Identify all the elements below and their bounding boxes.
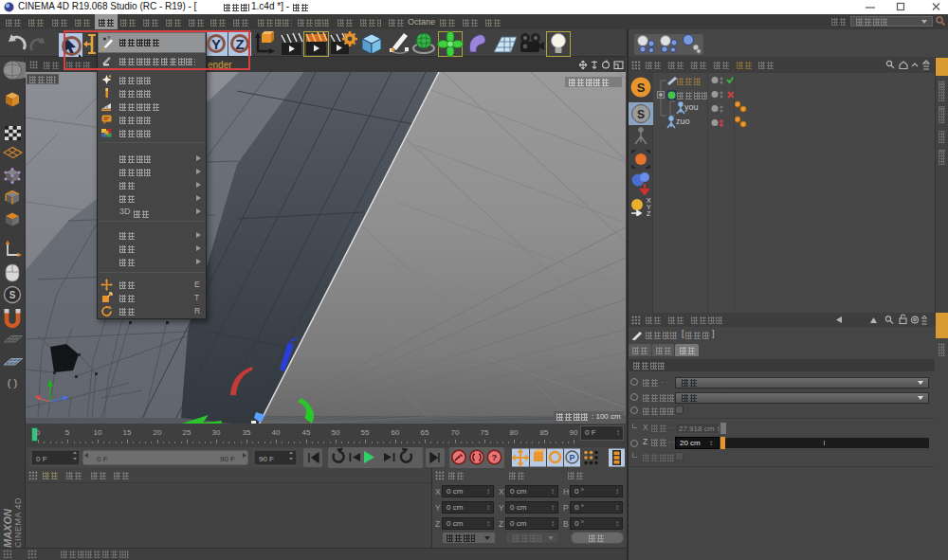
svg-text:90 F: 90 F — [259, 455, 274, 463]
svg-text:( ): ( ) — [8, 377, 17, 388]
svg-text:90 F: 90 F — [220, 455, 235, 463]
svg-text:S: S — [9, 290, 16, 300]
svg-text:P: P — [569, 453, 574, 462]
svg-text:0 F: 0 F — [97, 455, 108, 463]
svg-text:S: S — [637, 81, 646, 95]
svg-text:?: ? — [492, 452, 498, 462]
svg-text:S: S — [637, 108, 645, 121]
svg-text:X: X — [647, 197, 651, 204]
svg-text:Y: Y — [647, 204, 651, 210]
svg-text:0 F: 0 F — [36, 455, 47, 463]
svg-text:Z: Z — [647, 210, 651, 216]
